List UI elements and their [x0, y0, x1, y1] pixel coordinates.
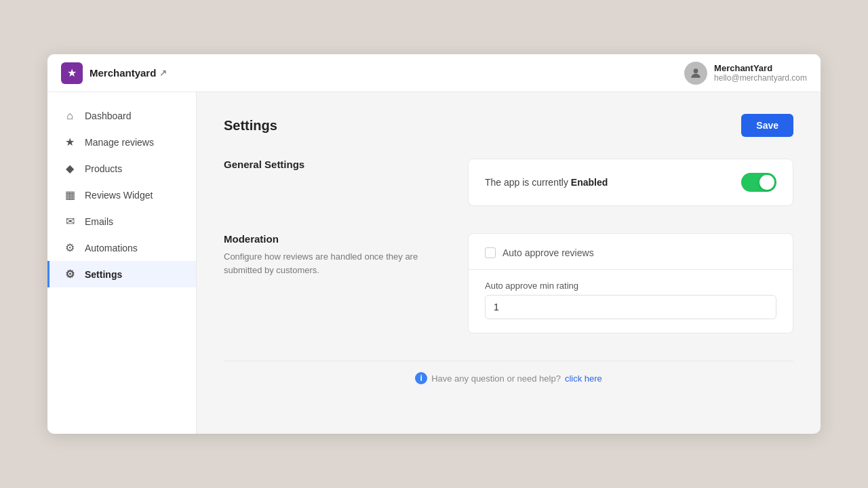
sidebar-item-products[interactable]: ◆ Products — [47, 155, 196, 182]
moderation-section: Moderation Configure how reviews are han… — [224, 233, 793, 333]
sidebar-item-label: Automations — [85, 243, 138, 253]
auto-approve-checkbox[interactable] — [485, 247, 496, 258]
app-window: ★ Merchantyard ↗ MerchantYard hello@merc… — [47, 54, 821, 434]
sidebar-item-label: Emails — [85, 216, 113, 227]
body: ⌂ Dashboard ★ Manage reviews ◆ Products … — [47, 92, 821, 434]
general-settings-section: General Settings The app is currently En… — [224, 159, 793, 206]
moderation-content: Auto approve reviews Auto approve min ra… — [468, 233, 793, 333]
main-content: Settings Save General Settings The app i… — [197, 92, 821, 434]
toggle-row: The app is currently Enabled — [485, 173, 776, 192]
moderation-desc: Configure how reviews are handled once t… — [224, 250, 441, 277]
footer-inner: i Have any question or need help? click … — [235, 372, 783, 384]
sidebar: ⌂ Dashboard ★ Manage reviews ◆ Products … — [47, 92, 197, 434]
header-left: ★ Merchantyard ↗ — [61, 62, 167, 84]
footer-text: Have any question or need help? — [431, 373, 561, 384]
logo-box: ★ — [61, 62, 83, 84]
email-icon: ✉ — [63, 215, 77, 228]
app-name: Merchantyard ↗ — [90, 67, 167, 79]
user-email: hello@merchantyard.com — [714, 73, 807, 83]
home-icon: ⌂ — [63, 110, 77, 122]
general-settings-content: The app is currently Enabled — [468, 159, 793, 206]
sidebar-item-emails[interactable]: ✉ Emails — [47, 208, 196, 235]
sidebar-item-manage-reviews[interactable]: ★ Manage reviews — [47, 129, 196, 155]
sidebar-item-settings[interactable]: ⚙ Settings — [47, 261, 196, 287]
auto-approve-row: Auto approve reviews — [485, 247, 776, 258]
toggle-label: The app is currently Enabled — [485, 177, 608, 188]
main-header: Settings Save — [224, 114, 793, 137]
sidebar-item-label: Manage reviews — [85, 137, 154, 148]
min-rating-input[interactable] — [485, 295, 776, 319]
moderation-title: Moderation — [224, 233, 441, 245]
sidebar-item-label: Settings — [85, 269, 122, 280]
enabled-toggle[interactable] — [741, 173, 776, 192]
settings-icon: ⚙ — [63, 268, 77, 281]
general-settings-label: General Settings — [224, 159, 441, 176]
header: ★ Merchantyard ↗ MerchantYard hello@merc… — [47, 54, 821, 92]
products-icon: ◆ — [63, 162, 77, 175]
toggle-knob — [760, 175, 774, 190]
svg-point-0 — [694, 68, 698, 73]
divider — [469, 269, 793, 270]
avatar — [684, 62, 707, 85]
logo-icon: ★ — [67, 66, 77, 79]
sidebar-item-reviews-widget[interactable]: ▦ Reviews Widget — [47, 182, 196, 208]
sidebar-item-label: Reviews Widget — [85, 190, 153, 201]
moderation-label: Moderation Configure how reviews are han… — [224, 233, 441, 277]
sidebar-item-label: Products — [85, 163, 122, 174]
header-right: MerchantYard hello@merchantyard.com — [684, 62, 807, 85]
info-icon: i — [415, 372, 427, 384]
user-name: MerchantYard — [714, 63, 807, 73]
star-icon: ★ — [63, 136, 77, 148]
app-name-text: Merchantyard — [90, 67, 156, 79]
widget-icon: ▦ — [63, 188, 77, 201]
automation-icon: ⚙ — [63, 241, 77, 254]
general-settings-title: General Settings — [224, 159, 441, 170]
sidebar-item-label: Dashboard — [85, 110, 132, 121]
external-link-icon[interactable]: ↗ — [159, 68, 167, 78]
min-rating-label: Auto approve min rating — [485, 281, 776, 291]
sidebar-item-dashboard[interactable]: ⌂ Dashboard — [47, 103, 196, 129]
save-button[interactable]: Save — [741, 114, 793, 137]
sidebar-item-automations[interactable]: ⚙ Automations — [47, 235, 196, 261]
footer-link[interactable]: click here — [565, 373, 602, 384]
footer: i Have any question or need help? click … — [224, 361, 793, 395]
user-info: MerchantYard hello@merchantyard.com — [714, 63, 807, 83]
page-title: Settings — [224, 118, 277, 134]
auto-approve-label: Auto approve reviews — [502, 247, 594, 258]
